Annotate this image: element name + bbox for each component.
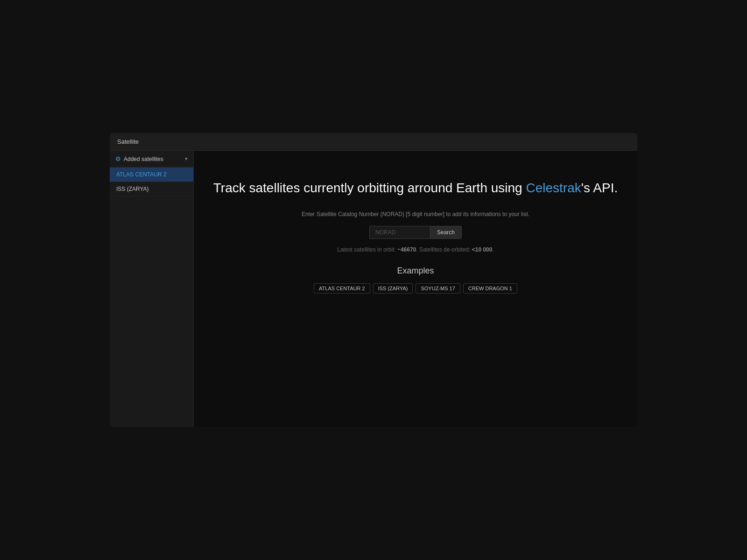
chevron-down-icon: ▾: [185, 156, 188, 162]
norad-search-input[interactable]: [369, 226, 430, 239]
example-atlas-centaur-2[interactable]: ATLAS CENTAUR 2: [314, 283, 370, 294]
top-bar: Satellite: [110, 133, 637, 151]
hero-subtitle: Enter Satellite Catalog Number (NORAD) […: [302, 211, 529, 217]
examples-title: Examples: [397, 266, 434, 276]
sidebar-item-iss-zarya[interactable]: ISS (ZARYA): [110, 182, 193, 196]
sidebar-section-label: Added satellites: [124, 156, 185, 162]
stats-text-mid: . Satellites de-orbited:: [416, 246, 472, 253]
stats-text-start: Latest satellites in orbit:: [337, 246, 397, 253]
content-area: Track satellites currently orbitting arr…: [194, 151, 637, 427]
main-layout: ⚙ Added satellites ▾ ATLAS CENTAUR 2 ISS…: [110, 151, 637, 427]
deorbit-count: <10 000: [472, 246, 493, 253]
search-row: Search: [369, 226, 462, 239]
hero-title-start: Track satellites currently orbitting arr…: [213, 181, 526, 195]
example-crew-dragon-1[interactable]: CREW DRAGON 1: [463, 283, 517, 294]
satellites-icon: ⚙: [115, 155, 121, 162]
search-button[interactable]: Search: [430, 226, 462, 239]
sidebar: ⚙ Added satellites ▾ ATLAS CENTAUR 2 ISS…: [110, 151, 194, 427]
hero-title-accent: Celestrak: [526, 181, 581, 195]
orbit-count: ~46670: [397, 246, 416, 253]
top-bar-title: Satellite: [117, 138, 139, 145]
sidebar-item-label: ATLAS CENTAUR 2: [116, 171, 167, 178]
examples-row: ATLAS CENTAUR 2 ISS (ZARYA) SOYUZ-MS 17 …: [314, 283, 517, 294]
sidebar-item-label: ISS (ZARYA): [116, 186, 149, 192]
example-soyuz-ms-17[interactable]: SOYUZ-MS 17: [416, 283, 460, 294]
app-container: Satellite ⚙ Added satellites ▾ ATLAS CEN…: [110, 133, 637, 427]
sidebar-added-satellites-header[interactable]: ⚙ Added satellites ▾: [110, 151, 193, 168]
example-iss-zarya[interactable]: ISS (ZARYA): [373, 283, 413, 294]
stats-text: Latest satellites in orbit: ~46670. Sate…: [337, 246, 494, 253]
stats-text-end: .: [492, 246, 493, 253]
hero-title-end: 's API.: [581, 181, 618, 195]
hero-title: Track satellites currently orbitting arr…: [213, 179, 618, 197]
sidebar-item-atlas-centaur-2[interactable]: ATLAS CENTAUR 2: [110, 168, 193, 182]
